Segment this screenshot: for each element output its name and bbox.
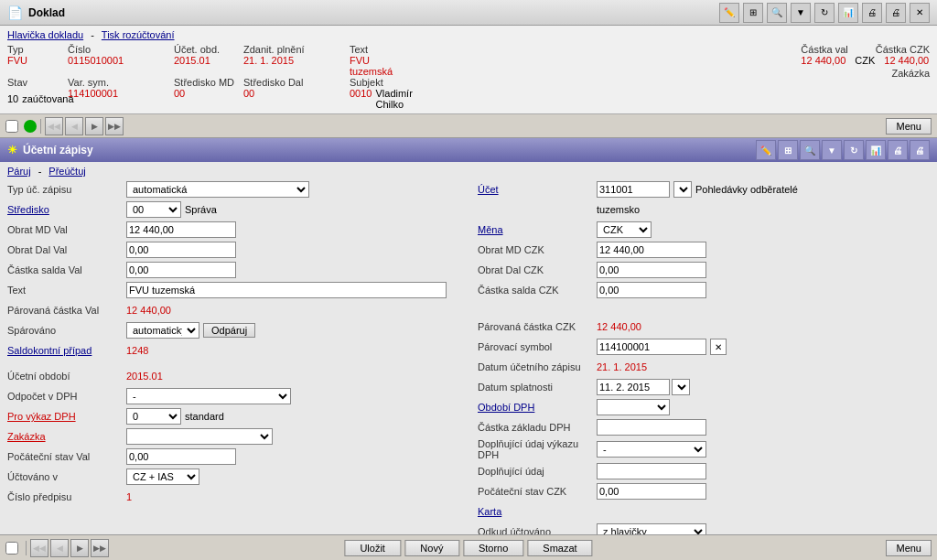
stredisko-dal-value: 00 — [243, 88, 344, 110]
print-preview-icon[interactable]: 🖨 — [862, 3, 882, 23]
castka-val-value: 12 440,00 — [801, 55, 845, 66]
doplnujici-udaj-input[interactable] — [597, 463, 706, 479]
obdobi-dph-row: Období DPH — [478, 398, 930, 416]
odparuj-btn[interactable]: Odpáruj — [203, 323, 255, 338]
subjekt-code: 0010 — [350, 88, 372, 110]
preuctuj-link[interactable]: Přeúčtuj — [48, 166, 85, 177]
title-bar: 📄 Doklad ✏️ ⊞ 🔍 ▼ ↻ 📊 🖨 🖨 ✕ — [0, 0, 937, 26]
stredisko-md-value: 00 — [174, 88, 238, 110]
hlavicka-link[interactable]: Hlavička dokladu — [7, 29, 83, 40]
doplnujici-udaj-vykazu-dph-select[interactable]: - — [597, 441, 706, 458]
edit-icon[interactable]: ✏️ — [719, 3, 739, 23]
saldokontni-pripad-row: Saldokontní případ 1248 — [7, 341, 459, 360]
nav-last-btn[interactable]: ▶▶ — [105, 117, 124, 135]
storno-btn[interactable]: Storno — [463, 540, 523, 556]
odpocet-dph-select[interactable]: - — [126, 388, 291, 404]
nav-first-btn[interactable]: ◀◀ — [45, 117, 63, 135]
odpocet-dph-row: Odpočet v DPH - — [7, 387, 459, 405]
bottom-action-buttons: Uložit Nový Storno Smazat — [344, 540, 592, 556]
search-icon[interactable]: 🔍 — [767, 3, 787, 23]
text-input[interactable] — [126, 282, 447, 298]
menu-btn-1[interactable]: Menu — [886, 118, 932, 135]
pro-vykaz-dph-select[interactable]: 0 — [126, 408, 181, 425]
section-print-icon[interactable]: 🖨 — [910, 140, 930, 160]
bottom-nav-first[interactable]: ◀◀ — [30, 539, 48, 557]
obrat-md-val-input[interactable] — [126, 221, 236, 238]
typ-label: Typ — [7, 44, 62, 55]
ulozit-btn[interactable]: Uložit — [344, 540, 401, 556]
castka-salda-val-input[interactable] — [126, 262, 236, 278]
bottom-menu-btn[interactable]: Menu — [886, 540, 932, 556]
pocatecni-stav-czk-input[interactable] — [597, 483, 706, 500]
select-checkbox[interactable] — [5, 120, 18, 133]
parovaci-symbol-clear-btn[interactable]: ✕ — [710, 339, 727, 355]
section-edit-icon[interactable]: ✏️ — [756, 140, 776, 160]
bottom-nav-prev[interactable]: ◀ — [50, 539, 69, 557]
section-filter-icon[interactable]: ▼ — [822, 140, 842, 160]
pocatecni-stav-val-label: Počáteční stav Val — [7, 451, 126, 462]
stredisko-form-label[interactable]: Středisko — [7, 204, 126, 215]
smazat-btn[interactable]: Smazat — [527, 540, 592, 556]
ucet-form-label[interactable]: Účet — [478, 184, 597, 195]
saldokontni-pripad-label[interactable]: Saldokontní případ — [7, 345, 126, 356]
castka-czk-value: 12 440,00 — [884, 55, 929, 66]
parovaci-symbol-input-area: ✕ — [597, 339, 727, 355]
pocatecni-stav-czk-label: Počáteční stav CZK — [478, 486, 597, 497]
nav-buttons-1: ◀◀ ◀ ▶ ▶▶ — [5, 117, 124, 135]
section-title: Účetní zápisy — [23, 144, 93, 156]
obrat-md-czk-input[interactable] — [597, 242, 706, 258]
stav-text: zaúčtovaná — [22, 93, 73, 104]
odkud-uctovano-select[interactable]: z hlavičky — [597, 523, 706, 534]
zakazka-row: Zakázka — [7, 427, 459, 446]
bottom-checkbox[interactable] — [5, 542, 18, 555]
tisk-link[interactable]: Tisk rozúčtování — [102, 29, 175, 40]
export-icon[interactable]: 📊 — [838, 3, 858, 23]
datum-splatnosti-input[interactable] — [597, 379, 670, 395]
section-export-icon[interactable]: 📊 — [866, 140, 886, 160]
castka-zakladu-dph-input[interactable] — [597, 419, 706, 436]
bottom-nav-next[interactable]: ▶ — [70, 539, 89, 557]
grid-icon[interactable]: ⊞ — [743, 3, 763, 23]
parovaci-symbol-input[interactable] — [597, 339, 706, 355]
print-icon[interactable]: 🖨 — [886, 3, 906, 23]
form-grid: Typ úč. zápisu automatická Středisko 00 … — [7, 180, 930, 534]
obrat-dal-val-input[interactable] — [126, 242, 236, 258]
ucet-type-select[interactable]: ▼ — [673, 181, 692, 198]
nav-prev-btn[interactable]: ◀ — [65, 117, 83, 135]
obdobi-dph-label[interactable]: Období DPH — [478, 402, 597, 413]
datum-uc-zapisu-row: Datum účetního zápisu 21. 1. 2015 — [478, 358, 930, 376]
ucet-input[interactable] — [597, 181, 670, 198]
stredisko-select[interactable]: 00 — [126, 201, 181, 218]
section-refresh-icon[interactable]: ↻ — [844, 140, 864, 160]
pro-vykaz-dph-label[interactable]: Pro výkaz DPH — [7, 411, 126, 422]
section-search-icon[interactable]: 🔍 — [800, 140, 820, 160]
datum-splatnosti-select[interactable]: ▼ — [672, 379, 690, 395]
parovana-castka-czk-row: Párovaná částka CZK 12 440,00 — [478, 318, 930, 336]
toolbar-1: ◀◀ ◀ ▶ ▶▶ Menu — [0, 114, 937, 138]
uctovano-v-select[interactable]: CZ + IAS — [126, 468, 199, 485]
bottom-nav-last[interactable]: ▶▶ — [91, 539, 109, 557]
section-print-preview-icon[interactable]: 🖨 — [888, 140, 908, 160]
obrat-dal-czk-input[interactable] — [597, 262, 706, 278]
text-value: FVU tuzemská — [350, 55, 414, 77]
castka-salda-czk-label: Částka salda CZK — [478, 285, 597, 296]
zakazka-select[interactable] — [126, 428, 273, 445]
paruj-link[interactable]: Páruj — [7, 166, 31, 177]
section-grid-icon[interactable]: ⊞ — [778, 140, 798, 160]
nav-next-btn[interactable]: ▶ — [85, 117, 103, 135]
stredisko-md-label: Středisko MD — [174, 77, 238, 88]
zakazka-form-label[interactable]: Zakázka — [7, 431, 126, 442]
mena-select[interactable]: CZK — [597, 221, 652, 238]
typ-uc-zapisu-select[interactable]: automatická — [126, 181, 309, 198]
pocatecni-stav-val-input[interactable] — [126, 448, 236, 465]
filter-icon[interactable]: ▼ — [791, 3, 811, 23]
karta-label[interactable]: Karta — [478, 506, 597, 517]
stav-value: 10 zaúčtovaná — [7, 88, 62, 110]
novy-btn[interactable]: Nový — [404, 540, 459, 556]
refresh-icon[interactable]: ↻ — [814, 3, 835, 23]
close-icon[interactable]: ✕ — [910, 3, 930, 23]
obdobi-dph-select[interactable] — [597, 399, 670, 415]
castka-salda-czk-input[interactable] — [597, 282, 706, 298]
mena-label[interactable]: Měna — [478, 224, 597, 235]
sparovano-select[interactable]: automaticky — [126, 322, 199, 339]
